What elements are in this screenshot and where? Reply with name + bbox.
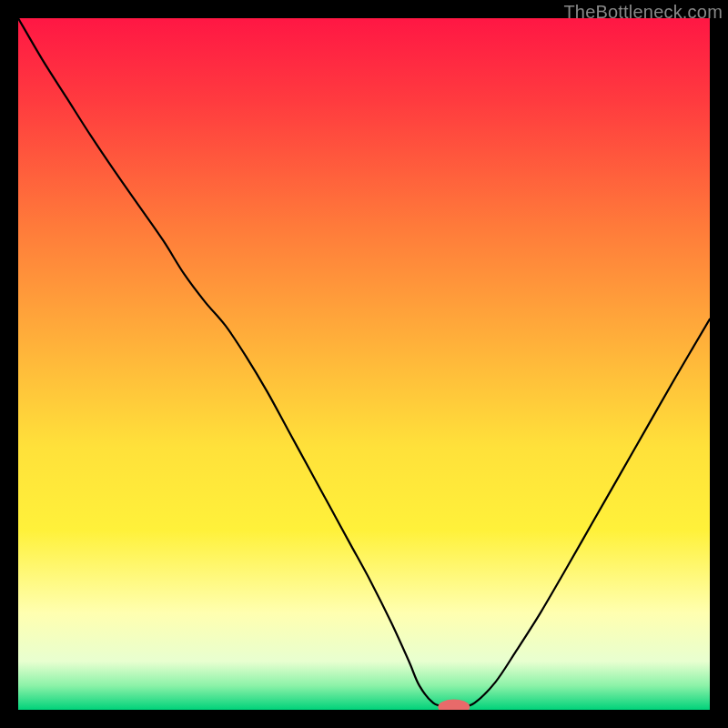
chart-background: [18, 18, 710, 710]
bottleneck-chart: [18, 18, 710, 710]
chart-frame: TheBottleneck.com: [0, 0, 728, 728]
watermark-text: TheBottleneck.com: [563, 2, 723, 23]
